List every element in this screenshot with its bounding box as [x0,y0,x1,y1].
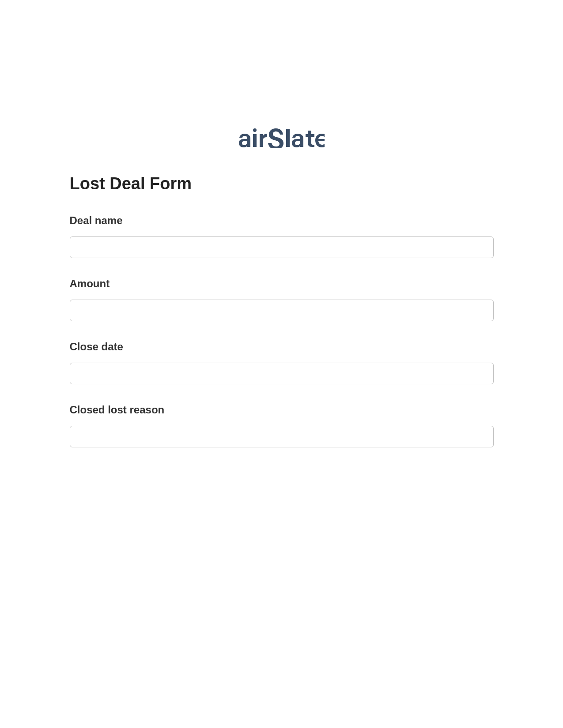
svg-rect-1 [253,134,257,147]
deal-name-input[interactable] [70,236,494,258]
close-date-label: Close date [70,341,494,353]
svg-point-0 [253,128,257,132]
closed-lost-reason-label: Closed lost reason [70,404,494,416]
page: Lost Deal Form Deal name Amount Close da… [0,0,563,728]
amount-label: Amount [70,278,494,290]
deal-name-label: Deal name [70,214,494,227]
field-group-amount: Amount [70,278,494,321]
form-container: Lost Deal Form Deal name Amount Close da… [70,174,494,447]
close-date-input[interactable] [70,363,494,384]
field-group-closed-lost-reason: Closed lost reason [70,404,494,447]
form-title: Lost Deal Form [70,174,494,193]
field-group-deal-name: Deal name [70,214,494,258]
amount-input[interactable] [70,300,494,321]
airslate-logo [238,128,325,150]
field-group-close-date: Close date [70,341,494,384]
svg-rect-2 [286,129,290,147]
closed-lost-reason-input[interactable] [70,426,494,447]
logo-wrapper [0,128,563,150]
